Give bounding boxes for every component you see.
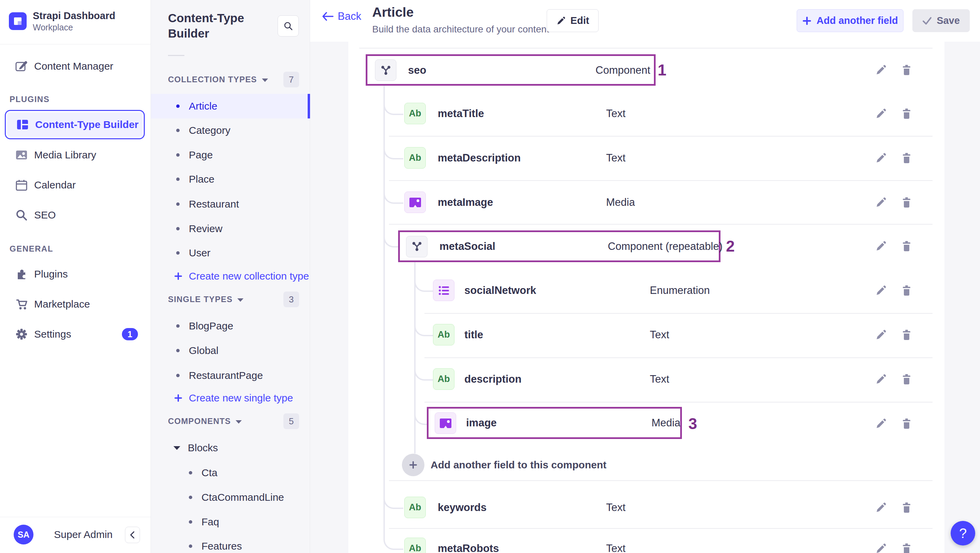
edit-field-button[interactable] — [874, 372, 888, 386]
sidebar-item-ctacommandline[interactable]: CtaCommandLine — [151, 485, 310, 510]
components-count: 5 — [283, 413, 299, 429]
field-row-keywords[interactable]: Ab keywords Text — [348, 485, 945, 530]
sidebar-item-blogpage[interactable]: BlogPage — [151, 314, 310, 338]
back-link[interactable]: Back — [322, 10, 361, 22]
edit-field-button[interactable] — [874, 542, 888, 553]
settings-badge: 1 — [122, 328, 138, 340]
section-single-types[interactable]: SINGLE TYPES — [168, 292, 243, 307]
pencil-icon — [875, 543, 887, 553]
sidebar-item-cta[interactable]: Cta — [151, 461, 310, 485]
sidebar-item-features[interactable]: Features — [151, 534, 310, 553]
delete-field-button[interactable] — [900, 372, 913, 386]
panel-title: Content-Type Builder — [168, 10, 270, 41]
row-separator — [359, 48, 932, 48]
trash-icon — [901, 240, 912, 252]
sidebar-item-restaurant[interactable]: Restaurant — [151, 192, 310, 216]
nav-item-calendar[interactable]: Calendar — [0, 173, 151, 197]
annotation-3: 3 — [688, 415, 697, 433]
nav-item-content-type-builder[interactable]: Content-Type Builder — [5, 110, 145, 139]
workplace-label: Workplace — [33, 22, 73, 32]
search-button[interactable] — [278, 15, 299, 37]
bullet-icon — [176, 202, 180, 206]
add-field-to-component-button[interactable] — [402, 454, 425, 476]
edit-field-button[interactable] — [874, 501, 888, 515]
delete-field-button[interactable] — [900, 151, 913, 165]
media-field-icon — [435, 412, 456, 434]
plus-icon — [802, 16, 812, 25]
sidebar-item-place[interactable]: Place — [151, 167, 310, 192]
section-components[interactable]: COMPONENTS — [168, 414, 242, 429]
collapse-sidebar-button[interactable] — [125, 527, 140, 543]
pencil-icon — [875, 240, 887, 252]
edit-field-button[interactable] — [874, 151, 888, 165]
nav-item-media-library[interactable]: Media Library — [0, 143, 151, 167]
field-name: metaTitle — [438, 92, 484, 136]
sidebar-item-article[interactable]: Article — [151, 94, 310, 118]
delete-field-button[interactable] — [900, 328, 913, 342]
field-row-metasocial[interactable]: metaSocial Component (repeatable) — [398, 230, 721, 262]
edit-field-button[interactable] — [874, 284, 888, 297]
pencil-icon — [875, 64, 887, 76]
plus-icon — [173, 272, 183, 281]
field-row-seo[interactable]: seo Component — [366, 54, 655, 86]
bullet-icon — [176, 227, 180, 230]
help-button[interactable]: ? — [951, 521, 975, 545]
main-sidebar: Strapi Dashboard Workplace Content Manag… — [0, 0, 151, 553]
sidebar-item-category[interactable]: Category — [151, 118, 310, 143]
add-another-field-button[interactable]: Add another field — [797, 9, 904, 32]
field-row-metatitle[interactable]: Ab metaTitle Text — [348, 92, 945, 136]
sidebar-item-restaurantpage[interactable]: RestaurantPage — [151, 363, 310, 388]
fields-table: seo Component 1 Ab metaTitle Text Ab met… — [348, 41, 945, 553]
nav-item-seo[interactable]: SEO — [0, 203, 151, 227]
edit-field-button[interactable] — [874, 63, 888, 77]
sidebar-item-page[interactable]: Page — [151, 143, 310, 167]
edit-field-button[interactable] — [874, 195, 888, 209]
field-row-image[interactable]: image Media — [427, 407, 682, 439]
avatar[interactable]: SA — [14, 525, 33, 545]
sidebar-item-faq[interactable]: Faq — [151, 510, 310, 534]
field-name: socialNetwork — [465, 268, 536, 313]
nav-item-marketplace[interactable]: Marketplace — [0, 292, 151, 316]
field-row-metaimage[interactable]: metaImage Media — [348, 180, 945, 225]
create-collection-type-link[interactable]: Create new collection type — [151, 264, 310, 288]
component-group-blocks[interactable]: Blocks — [151, 435, 310, 460]
delete-field-button[interactable] — [900, 542, 913, 553]
sidebar-item-global[interactable]: Global — [151, 338, 310, 363]
divider — [168, 55, 185, 56]
sidebar-item-user[interactable]: User — [151, 241, 310, 265]
delete-field-button[interactable] — [900, 501, 913, 515]
delete-field-button[interactable] — [900, 239, 913, 253]
component-icon — [375, 59, 396, 81]
pencil-icon — [875, 285, 887, 296]
create-single-type-link[interactable]: Create new single type — [151, 386, 310, 410]
nav-item-content-manager[interactable]: Content Manager — [0, 54, 151, 78]
edit-field-button[interactable] — [874, 239, 888, 253]
save-button[interactable]: Save — [912, 9, 970, 32]
pencil-icon — [875, 152, 887, 164]
field-row-socialnetwork[interactable]: socialNetwork Enumeration — [348, 268, 945, 313]
section-collection-types[interactable]: COLLECTION TYPES — [168, 72, 268, 87]
sidebar-item-review[interactable]: Review — [151, 216, 310, 241]
trash-icon — [901, 543, 912, 553]
field-row-description[interactable]: Ab description Text — [348, 357, 945, 401]
delete-field-button[interactable] — [900, 195, 913, 209]
edit-field-button[interactable] — [874, 107, 888, 121]
nav-item-plugins[interactable]: Plugins — [0, 262, 151, 286]
field-type: Component (repeatable) — [608, 232, 722, 261]
field-row-metadescription[interactable]: Ab metaDescription Text — [348, 136, 945, 180]
delete-field-button[interactable] — [900, 63, 913, 77]
field-row-metarobots[interactable]: Ab metaRobots Text — [348, 526, 945, 553]
pencil-icon — [875, 197, 887, 208]
delete-field-button[interactable] — [900, 284, 913, 297]
edit-field-button[interactable] — [874, 328, 888, 342]
field-row-title[interactable]: Ab title Text — [348, 313, 945, 357]
add-field-to-component-label[interactable]: Add another field to this component — [431, 454, 606, 476]
edit-button[interactable]: Edit — [547, 9, 598, 32]
bullet-icon — [189, 545, 192, 548]
edit-field-button[interactable] — [874, 417, 888, 431]
field-name: description — [465, 357, 522, 401]
delete-field-button[interactable] — [900, 417, 913, 431]
delete-field-button[interactable] — [900, 107, 913, 121]
page-subtitle: Build the data architecture of your cont… — [372, 24, 549, 35]
plus-icon — [173, 393, 183, 403]
